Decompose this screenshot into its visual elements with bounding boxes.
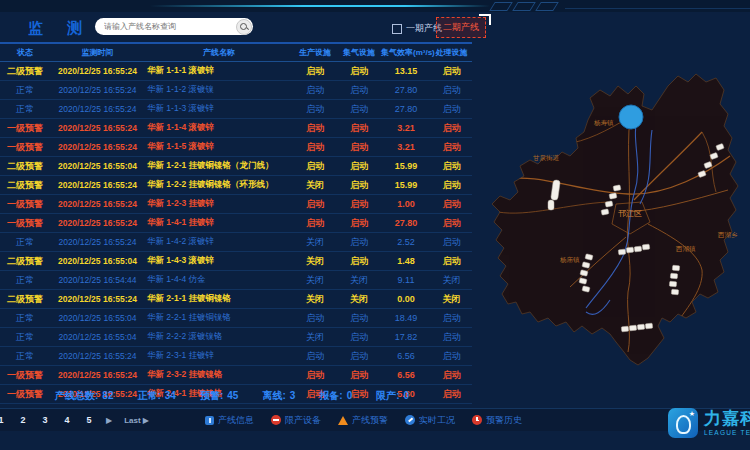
checkbox-icon[interactable] <box>392 24 402 34</box>
parallelogram-decor <box>492 2 556 11</box>
table-row[interactable]: 正常2020/12/25 16:55:04华新 2-2-1 挂镀铜镍铬启动启动1… <box>0 309 472 328</box>
cell-status: 二级预警 <box>0 179 50 192</box>
map-marker[interactable] <box>605 201 613 207</box>
column-header: 状态 <box>0 47 50 58</box>
summary-value: 0 <box>404 390 410 401</box>
table-row[interactable]: 正常2020/12/25 16:54:44华新 1-4-4 仿金关闭关闭9.11… <box>0 271 472 290</box>
page-button[interactable]: 1 <box>0 415 6 425</box>
table-row[interactable]: 正常2020/12/25 16:55:24华新 1-1-2 滚镀镍启动启动27.… <box>0 81 472 100</box>
map-marker[interactable] <box>621 326 628 332</box>
cell-proc: 关闭 <box>431 274 472 287</box>
map-marker[interactable] <box>672 265 679 271</box>
table-row[interactable]: 一级预警2020/12/25 16:55:24华新 1-4-1 挂镀锌启动启动2… <box>0 214 472 233</box>
legend-item-gauge[interactable]: 实时工况 <box>405 414 455 427</box>
table-row[interactable]: 正常2020/12/25 16:55:24华新 1-4-2 滚镀锌关闭启动2.5… <box>0 233 472 252</box>
cell-status: 正常 <box>0 274 50 287</box>
cell-proc: 启动 <box>431 122 472 135</box>
phase1-checkbox[interactable]: 一期产线 <box>392 22 442 35</box>
cell-time: 2020/12/25 16:55:24 <box>50 180 145 190</box>
summary-item: 离线:3 <box>262 389 295 403</box>
legend-item-info-square[interactable]: 产线信息 <box>205 414 254 427</box>
search-input[interactable] <box>95 22 236 31</box>
table-row[interactable]: 二级预警2020/12/25 16:55:04华新 1-2-1 挂镀铜镍铬（龙门… <box>0 157 472 176</box>
map-marker[interactable] <box>613 185 621 191</box>
cluster-marker-blue[interactable] <box>619 105 643 129</box>
summary-label: 预警: <box>200 390 223 401</box>
map-marker[interactable] <box>618 249 626 255</box>
history-clock-icon <box>472 415 482 425</box>
page-button[interactable]: 2 <box>18 415 28 425</box>
cell-prod: 关闭 <box>293 236 337 249</box>
cell-name: 华新 1-2-3 挂镀锌 <box>145 198 293 210</box>
table-row[interactable]: 一级预警2020/12/25 16:55:24华新 2-3-2 挂镀镍铬启动启动… <box>0 366 472 385</box>
map-marker[interactable] <box>669 281 676 287</box>
cell-prod: 关闭 <box>293 274 337 287</box>
table-row[interactable]: 二级预警2020/12/25 16:55:04华新 1-4-3 滚镀锌关闭启动1… <box>0 252 472 271</box>
map-marker[interactable] <box>629 325 636 331</box>
map-marker[interactable] <box>634 246 642 252</box>
table-row[interactable]: 正常2020/12/25 16:55:24华新 2-3-1 挂镀锌启动启动6.5… <box>0 347 472 366</box>
search-box[interactable] <box>95 18 253 35</box>
cell-eff: 18.49 <box>381 313 431 323</box>
summary-value: 3 <box>290 390 296 401</box>
next-page-button[interactable]: ▶ <box>106 416 112 425</box>
map-marker[interactable] <box>609 193 617 199</box>
table-row[interactable]: 正常2020/12/25 16:55:04华新 2-2-2 滚镀镍铬关闭启动17… <box>0 328 472 347</box>
cell-proc: 启动 <box>431 141 472 154</box>
top-strip <box>0 0 750 12</box>
table-row[interactable]: 二级预警2020/12/25 16:55:24华新 1-1-1 滚镀锌启动启动1… <box>0 62 472 81</box>
map-marker[interactable] <box>645 323 652 329</box>
cell-status: 正常 <box>0 331 50 344</box>
cell-time: 2020/12/25 16:55:24 <box>50 351 145 361</box>
cell-time: 2020/12/25 16:55:04 <box>50 313 145 323</box>
cell-gas: 启动 <box>337 369 381 382</box>
cell-prod: 启动 <box>293 141 337 154</box>
table-row[interactable]: 二级预警2020/12/25 16:55:24华新 1-2-2 挂镀铜镍铬（环形… <box>0 176 472 195</box>
cell-eff: 2.52 <box>381 237 431 247</box>
cell-status: 二级预警 <box>0 160 50 173</box>
table-row[interactable]: 二级预警2020/12/25 16:55:24华新 2-1-1 挂镀铜镍铬关闭关… <box>0 290 472 309</box>
table-row[interactable]: 一级预警2020/12/25 16:55:24华新 1-2-3 挂镀锌启动启动1… <box>0 195 472 214</box>
cell-time: 2020/12/25 16:55:24 <box>50 370 145 380</box>
phase2-button[interactable]: 二期产线 <box>436 17 486 38</box>
legend-item-no-entry-circle[interactable]: 限产设备 <box>271 414 321 427</box>
cell-eff: 15.99 <box>381 161 431 171</box>
map-marker[interactable] <box>671 289 678 295</box>
page-button[interactable]: 5 <box>84 415 94 425</box>
cell-name: 华新 1-4-2 滚镀锌 <box>145 236 293 248</box>
cell-gas: 关闭 <box>337 274 381 287</box>
map-marker[interactable] <box>670 273 677 279</box>
summary-value: 34 <box>165 390 176 401</box>
cell-status: 一级预警 <box>0 122 50 135</box>
page-button[interactable]: 3 <box>40 415 50 425</box>
cell-gas: 启动 <box>337 350 381 363</box>
table-row[interactable]: 一级预警2020/12/25 16:55:24华新 1-1-5 滚镀锌启动启动3… <box>0 138 472 157</box>
legend-item-history-clock[interactable]: 预警历史 <box>472 414 522 427</box>
map-marker[interactable] <box>637 324 644 330</box>
map-marker[interactable] <box>626 247 634 253</box>
legend-item-warning-triangle[interactable]: 产线预警 <box>338 414 388 427</box>
page-button[interactable]: 4 <box>62 415 72 425</box>
district-map[interactable]: 杨寿镇甘泉街道邗江区西湖乡西湖镇杨庙镇 <box>478 52 750 400</box>
cell-prod: 关闭 <box>293 331 337 344</box>
search-icon[interactable] <box>236 19 252 35</box>
last-page-button[interactable]: Last ▶ <box>124 416 149 425</box>
gauge-icon <box>405 415 415 425</box>
cell-prod: 启动 <box>293 350 337 363</box>
table-row[interactable]: 正常2020/12/25 16:55:24华新 1-1-3 滚镀锌启动启动27.… <box>0 100 472 119</box>
cell-gas: 启动 <box>337 236 381 249</box>
cell-name: 华新 1-4-1 挂镀锌 <box>145 217 293 229</box>
phase2-label: 二期产线 <box>443 21 479 34</box>
table-row[interactable]: 一级预警2020/12/25 16:55:24华新 1-1-4 滚镀锌启动启动3… <box>0 119 472 138</box>
map-marker[interactable] <box>642 244 650 250</box>
map-marker[interactable] <box>601 209 609 215</box>
logo-icon: ★ <box>668 408 698 438</box>
brand-logo: ★ 力嘉科技 LEAGUE TECH <box>668 408 750 438</box>
cell-proc: 关闭 <box>431 293 472 306</box>
cell-name: 华新 1-1-4 滚镀锌 <box>145 122 293 134</box>
cell-time: 2020/12/25 16:55:24 <box>50 218 145 228</box>
cell-name: 华新 2-3-2 挂镀镍铬 <box>145 369 293 381</box>
header-bar: 监 测 一期产线 二期产线 <box>0 12 472 44</box>
cell-gas: 启动 <box>337 198 381 211</box>
cell-status: 正常 <box>0 312 50 325</box>
